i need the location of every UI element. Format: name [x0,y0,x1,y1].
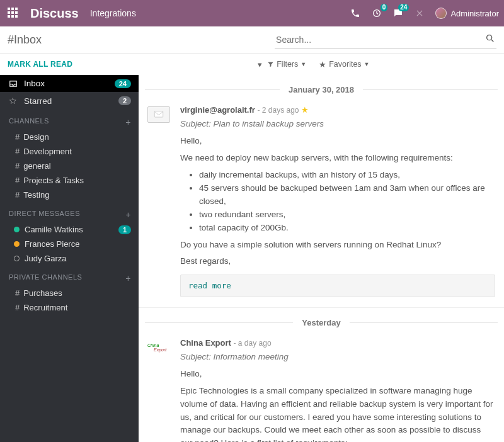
activity-icon[interactable]: 0 [371,8,382,19]
search-input[interactable] [275,31,496,49]
message-thread: January 30, 2018 virginie@agrolait.fr - … [139,75,504,442]
close-icon[interactable] [414,8,425,19]
message-age: - a day ago [234,339,272,348]
channels-section-header: CHANNELS+ [0,110,139,130]
funnel-icon: ▾ [258,60,262,69]
channel-label: Design [23,132,49,142]
channel-label: Testing [23,190,49,200]
messages-icon[interactable]: 24 [392,8,404,19]
svg-point-1 [487,35,492,40]
message-text: Best regards, [180,255,495,268]
brand-title[interactable]: Discuss [30,6,79,21]
channel-recruitment[interactable]: #Recruitment [0,300,139,315]
channel-design[interactable]: #Design [0,130,139,144]
message-list: daily incremental backups, with an histo… [199,169,495,235]
star-icon: ★ [319,60,326,69]
nav-integrations[interactable]: Integrations [90,8,136,18]
inbox-icon [9,79,18,88]
favorites-dropdown[interactable]: ★Favorites▼ [319,60,369,69]
add-private-button[interactable]: + [125,273,131,283]
channel-general[interactable]: #general [0,159,139,173]
message-from: virginie@agrolait.fr [180,105,255,115]
channel-purchases[interactable]: #Purchases [0,286,139,300]
search-icon[interactable] [485,33,495,46]
message-age: - 2 days ago [258,106,299,115]
channel-label: Recruitment [23,303,67,312]
svg-rect-2 [154,111,163,117]
sidebar: Inbox 24 ☆ Starred 2 CHANNELS+ #Design #… [0,75,139,442]
dm-label: Frances Pierce [25,239,79,249]
channel-development[interactable]: #Development [0,144,139,159]
avatar [435,8,447,19]
date-label: January 30, 2018 [280,85,363,94]
page-title: #Inbox [8,33,42,47]
date-label: Yesterday [293,318,349,327]
messages-badge: 24 [398,4,409,11]
status-offline-icon [14,256,20,261]
activity-badge: 0 [381,4,388,11]
status-away-icon [14,241,20,247]
inbox-count: 24 [115,79,131,88]
channel-testing[interactable]: #Testing [0,188,139,202]
dm-camille-watkins[interactable]: Camille Watkins1 [0,222,139,237]
message-text: Do you have a simple solution with serve… [180,239,495,252]
list-item: 45 servers should be backuped between 1a… [199,182,495,208]
filters-dropdown[interactable]: ▾ Filters▼ [258,60,306,69]
message-item[interactable]: virginie@agrolait.fr - 2 days ago ★ Subj… [139,101,504,308]
message-from: China Export [180,338,231,348]
avatar-china-export: ChinaExport [147,339,170,356]
favorites-label: Favorites [329,60,361,69]
starred-label: Starred [24,96,112,106]
channel-label: Purchases [23,288,62,298]
star-icon: ☆ [9,96,18,106]
control-bar-2: MARK ALL READ ▾ Filters▼ ★Favorites▼ [0,54,504,75]
read-more-button[interactable]: read more [180,275,495,297]
search-field[interactable] [275,31,496,49]
message-text: Hello, [180,135,495,148]
message-item[interactable]: ChinaExport China Export - a day ago Sub… [139,334,504,442]
apps-icon[interactable] [8,8,19,19]
chevron-down-icon: ▼ [301,61,306,67]
chevron-down-icon: ▼ [364,61,370,67]
list-item: two redundant servers, [199,208,495,222]
nav-icons: 0 24 Administrator [350,8,499,19]
private-heading: PRIVATE CHANNELS [9,273,82,283]
sidebar-starred[interactable]: ☆ Starred 2 [0,92,139,110]
dm-badge: 1 [118,225,131,234]
dm-label: Judy Garza [25,254,66,263]
starred-count: 2 [118,96,131,105]
star-icon[interactable]: ★ [301,105,309,115]
date-separator: Yesterday [139,317,504,328]
funnel-icon [267,61,274,68]
status-online-icon [14,227,20,232]
phone-icon[interactable] [350,8,361,19]
message-subject: Subject: Plan to install backup servers [180,118,495,131]
dm-judy-garza[interactable]: Judy Garza [0,251,139,266]
dm-section-header: DIRECT MESSAGES+ [0,202,139,222]
user-menu[interactable]: Administrator [435,8,499,19]
list-item: total capacity of 200Gb. [199,222,495,235]
mark-all-read-button[interactable]: MARK ALL READ [8,60,72,69]
channel-projects-tasks[interactable]: #Projects & Tasks [0,173,139,188]
message-subject: Subject: Information meeting [180,351,495,364]
channels-heading: CHANNELS [9,117,49,127]
control-bar: #Inbox [0,26,504,54]
message-text: Epic Technologies is a small company spe… [180,385,495,442]
dm-frances-pierce[interactable]: Frances Pierce [0,237,139,251]
inbox-label: Inbox [24,79,108,88]
filters-label: Filters [277,60,298,69]
dm-label: Camille Watkins [25,225,113,234]
add-channel-button[interactable]: + [125,117,131,127]
date-separator: January 30, 2018 [139,84,504,95]
envelope-icon [147,106,170,123]
user-name: Administrator [450,9,499,18]
channel-label: general [23,161,50,171]
channel-label: Projects & Tasks [23,176,84,185]
channel-label: Development [23,147,72,156]
list-item: daily incremental backups, with an histo… [199,169,495,182]
sidebar-inbox[interactable]: Inbox 24 [0,75,139,92]
add-dm-button[interactable]: + [125,210,131,220]
dm-heading: DIRECT MESSAGES [9,210,80,220]
top-nav: Discuss Integrations 0 24 Administrator [0,0,504,26]
message-text: Hello, [180,368,495,381]
